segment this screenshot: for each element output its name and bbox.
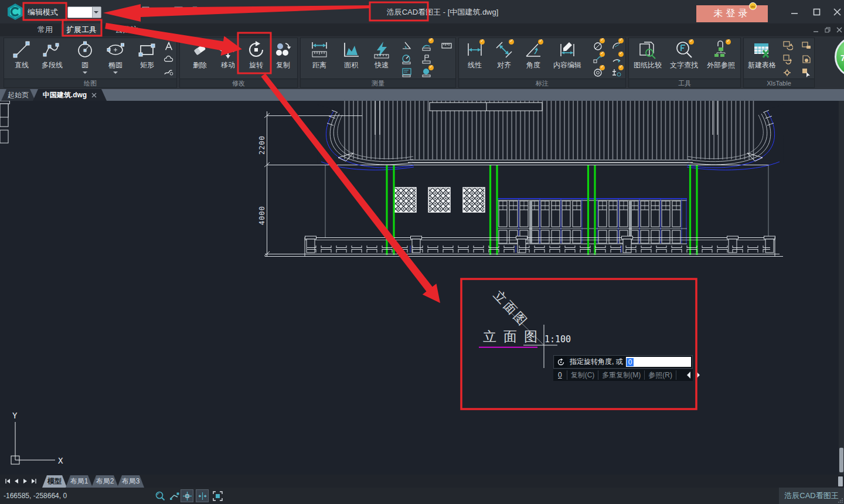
last-layout-button[interactable]	[30, 476, 38, 486]
aligned-dim-button[interactable]: 对齐	[489, 40, 519, 79]
tab-layout1[interactable]: 布局1	[66, 475, 93, 488]
tab-start-page[interactable]: 起始页	[1, 89, 35, 101]
xref-button[interactable]: 外部参照	[703, 40, 739, 79]
option-copy[interactable]: 复制(C)	[567, 370, 599, 380]
text-find-icon	[675, 40, 693, 59]
line-button[interactable]: 直线	[6, 40, 37, 79]
resize-grip-icon[interactable]	[838, 498, 843, 503]
login-button[interactable]: 未登录	[696, 5, 768, 22]
first-layout-button[interactable]	[4, 476, 12, 486]
layout-scrollbar-thumb[interactable]	[838, 476, 843, 486]
xls-settings-icon[interactable]	[781, 66, 794, 79]
tab-drawing-file[interactable]: 中国建筑.dwg	[33, 89, 107, 101]
text-find-button[interactable]: 文字查找	[666, 40, 702, 79]
next-layout-button[interactable]	[21, 476, 29, 486]
distance-button[interactable]: 距离	[304, 40, 335, 79]
new-file-icon[interactable]	[141, 6, 151, 16]
cursor-coordinates: -166585, -258664, 0	[4, 492, 67, 500]
prev-option-arrow-icon[interactable]	[683, 372, 690, 379]
tab-cloud-annotation[interactable]: 云批注	[109, 23, 144, 36]
linear-dim-button[interactable]: 线性	[460, 40, 489, 79]
tab-layout2[interactable]: 布局2	[91, 475, 118, 488]
print-icon[interactable]	[190, 6, 200, 16]
edit-mode-dropdown[interactable]	[67, 6, 101, 18]
vip-badge-icon	[726, 39, 731, 45]
option-reference[interactable]: 参照(R)	[645, 370, 676, 380]
xls-update-icon[interactable]	[781, 39, 794, 52]
drawing-canvas[interactable]: 2200 4000 立面图 立面图 1:100 Y X	[0, 101, 844, 475]
drawing-compare-button[interactable]: 图纸比较	[630, 40, 665, 79]
snap-toggle-icon[interactable]	[196, 489, 209, 502]
option-zero[interactable]: 0	[553, 370, 567, 380]
angle-input[interactable]: 0	[626, 357, 691, 367]
undo-icon[interactable]	[206, 6, 216, 16]
vip-badge-icon	[509, 39, 514, 45]
xls-erase-icon[interactable]	[800, 39, 813, 52]
tab-extended-tools[interactable]: 扩展工具	[61, 23, 102, 36]
xls-link-icon[interactable]	[800, 53, 813, 66]
circle-button[interactable]: 圆	[70, 40, 100, 79]
scrollbar-thumb[interactable]	[839, 448, 843, 472]
distance-icon	[310, 40, 329, 59]
rectangle-button[interactable]: 矩形	[132, 40, 162, 79]
quickbar-more-icon[interactable]	[229, 10, 233, 15]
new-table-button[interactable]: 新建表格	[744, 40, 780, 79]
measure-list-icon[interactable]	[400, 66, 413, 79]
revision-cloud-icon[interactable]	[162, 53, 175, 66]
doc-minimize-button[interactable]	[811, 26, 821, 34]
ribbon-tab-row: 常用 扩展工具 云批注	[0, 23, 844, 36]
dim-tolerance-icon[interactable]	[610, 66, 623, 79]
close-button[interactable]	[831, 6, 843, 18]
move-button[interactable]: 移动	[213, 40, 243, 79]
tab-layout3[interactable]: 布局3	[117, 475, 144, 488]
zoom-tool-icon[interactable]	[154, 489, 166, 502]
crosshair-toggle-icon[interactable]	[181, 489, 193, 502]
measure-angle-icon[interactable]	[400, 39, 413, 52]
scale-text: 1:100	[544, 334, 571, 345]
dropdown-button[interactable]	[92, 7, 101, 18]
polyline-button[interactable]: 多段线	[37, 40, 67, 79]
content-edit-button[interactable]: 内容编辑	[548, 40, 587, 79]
area-button[interactable]: 面积	[336, 40, 366, 79]
external-reference-icon	[712, 40, 730, 59]
prev-layout-button[interactable]	[12, 476, 21, 486]
selection-box-icon[interactable]	[211, 489, 224, 502]
xls-refresh-icon[interactable]	[781, 53, 794, 66]
rotate-button[interactable]: 旋转	[241, 40, 271, 79]
lightning-icon	[372, 40, 391, 59]
erase-button[interactable]: 删除	[185, 40, 215, 79]
quick-measure-button[interactable]: 快速	[366, 40, 397, 79]
measure-arc-icon[interactable]	[420, 39, 433, 52]
xls-select-icon[interactable]	[800, 66, 813, 79]
dim-center-icon[interactable]	[591, 66, 604, 79]
measure-ruler-icon[interactable]	[440, 39, 453, 52]
ellipse-button[interactable]: 椭圆	[100, 40, 131, 79]
roof-hatch	[343, 101, 756, 159]
rotate-prompt-icon	[555, 356, 567, 367]
polyline-mode-icon[interactable]	[168, 489, 181, 502]
save-icon[interactable]	[173, 6, 183, 16]
measure-volume-icon[interactable]	[420, 66, 433, 79]
measure-radius-icon[interactable]	[400, 53, 413, 66]
chevron-down-icon[interactable]	[83, 71, 87, 76]
chevron-down-icon[interactable]	[113, 71, 118, 76]
close-tab-icon[interactable]	[91, 93, 97, 98]
next-option-arrow-icon[interactable]	[696, 372, 703, 379]
minimize-button[interactable]	[788, 6, 801, 18]
maximize-button[interactable]	[810, 6, 823, 18]
group-label-draw: 绘图	[4, 79, 176, 87]
open-file-icon[interactable]	[157, 6, 167, 16]
vertical-scrollbar[interactable]	[839, 101, 844, 475]
tab-model[interactable]: 模型	[42, 475, 67, 488]
quick-access-toolbar	[141, 6, 233, 16]
text-icon[interactable]	[162, 40, 175, 53]
copy-button[interactable]: 复制	[268, 40, 298, 79]
angle-dim-button[interactable]: 角度	[519, 40, 548, 79]
rotate-options-row: 0 复制(C) 多重复制(M) 参照(R)	[553, 369, 693, 381]
freehand-sketch-icon[interactable]	[162, 66, 175, 79]
tab-common[interactable]: 常用	[30, 23, 60, 36]
doc-close-button[interactable]	[835, 26, 844, 34]
option-multi-copy[interactable]: 多重复制(M)	[598, 370, 645, 380]
vip-badge-icon	[600, 65, 605, 70]
doc-restore-button[interactable]	[823, 26, 832, 34]
